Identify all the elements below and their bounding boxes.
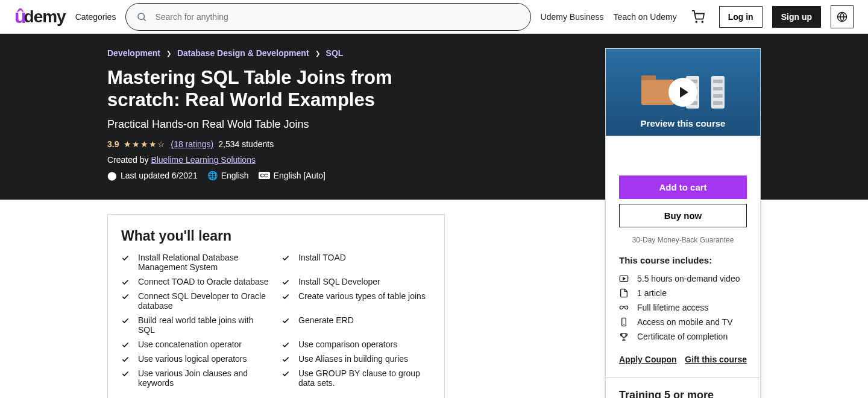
learn-item: Connect TOAD to Oracle database (121, 277, 271, 286)
learn-text: Install SQL Developer (298, 277, 380, 286)
students-count: 2,534 students (218, 139, 274, 149)
preview-area[interactable]: Preview this course (606, 49, 760, 136)
author-link[interactable]: Bluelime Learning Solutions (151, 155, 256, 165)
learn-item: Use Aliases in building quries (281, 354, 431, 364)
check-icon (121, 370, 130, 378)
file-icon (619, 288, 629, 298)
search-icon (136, 11, 147, 22)
check-icon (121, 355, 130, 364)
learn-item: Connect SQL Developer to Oracle database (121, 291, 271, 311)
language-button[interactable] (831, 5, 854, 28)
learn-text: Install TOAD (298, 253, 346, 262)
rating-value: 3.9 (107, 139, 119, 149)
cc-icon: CC (259, 172, 270, 179)
learn-title: What you'll learn (121, 228, 431, 244)
learn-text: Build real world table joins with SQL (138, 315, 271, 335)
logo[interactable]: ûdemy (14, 5, 66, 28)
svg-marker-7 (623, 277, 625, 280)
course-captions: English [Auto] (274, 171, 326, 180)
learn-text: Connect SQL Developer to Oracle database (138, 291, 271, 311)
learn-text: Connect TOAD to Oracle database (138, 277, 269, 286)
alert-icon: ⬤ (107, 171, 117, 180)
team-title: Training 5 or more people? (619, 389, 747, 398)
breadcrumb-development[interactable]: Development (107, 48, 160, 58)
check-icon (281, 355, 290, 364)
course-title: Mastering SQL Table Joins from scratch: … (107, 66, 445, 111)
preview-label: Preview this course (606, 118, 760, 128)
includes-item: Full lifetime access (619, 300, 747, 315)
cart-icon[interactable] (687, 10, 709, 24)
learn-item: Install TOAD (281, 253, 431, 272)
check-icon (281, 292, 290, 301)
learn-item: Generate ERD (281, 315, 431, 335)
login-button[interactable]: Log in (719, 6, 763, 28)
check-icon (281, 278, 290, 286)
learn-item: Use various Join clauses and keywords (121, 368, 271, 388)
includes-text: Access on mobile and TV (637, 317, 733, 327)
includes-title: This course includes: (619, 255, 747, 265)
learn-item: Build real world table joins with SQL (121, 315, 271, 335)
includes-item: Access on mobile and TV (619, 315, 747, 329)
add-to-cart-button[interactable]: Add to cart (619, 175, 747, 199)
search-bar (125, 3, 530, 31)
check-icon (121, 278, 130, 286)
breadcrumb-sql[interactable]: SQL (326, 48, 344, 58)
includes-item: 1 article (619, 286, 747, 300)
svg-point-3 (702, 21, 703, 22)
play-icon (668, 78, 697, 107)
search-input[interactable] (125, 3, 530, 31)
server-icon (711, 76, 725, 109)
price-area (619, 145, 747, 175)
categories-link[interactable]: Categories (75, 12, 116, 22)
learn-text: Generate ERD (298, 315, 354, 325)
includes-text: Certificate of completion (637, 332, 728, 341)
check-icon (281, 370, 290, 378)
course-subtitle: Practical Hands-on Real Wold Table Joins (107, 118, 445, 131)
signup-button[interactable]: Sign up (772, 6, 821, 28)
breadcrumb: Development ❯ Database Design & Developm… (107, 48, 445, 58)
learn-text: Use Aliases in building quries (298, 354, 408, 364)
purchase-card: Preview this course Add to cart Buy now … (605, 48, 761, 398)
created-by-label: Created by (107, 155, 151, 165)
includes-item: Certificate of completion (619, 329, 747, 344)
last-updated: Last updated 6/2021 (121, 171, 198, 180)
globe-icon (837, 11, 848, 22)
check-icon (281, 254, 290, 262)
rating-stars: ★★★★☆ (124, 139, 166, 149)
buy-now-button[interactable]: Buy now (619, 204, 747, 227)
check-icon (121, 292, 130, 301)
ratings-link[interactable]: (18 ratings) (171, 139, 213, 149)
includes-list: 5.5 hours on-demand video1 articleFull l… (619, 271, 747, 344)
video-icon (619, 274, 629, 283)
includes-text: 1 article (637, 288, 667, 298)
learn-item: Install Relational Database Management S… (121, 253, 271, 272)
check-icon (281, 341, 290, 349)
learn-text: Use concatenation operator (138, 340, 242, 349)
infinity-icon (619, 303, 629, 312)
globe-icon: 🌐 (207, 171, 218, 180)
learn-text: Use GROUP BY clause to group data sets. (298, 368, 431, 388)
breadcrumb-database[interactable]: Database Design & Development (177, 48, 309, 58)
teach-link[interactable]: Teach on Udemy (614, 12, 677, 22)
check-icon (121, 317, 130, 325)
header: ûdemy Categories Udemy Business Teach on… (0, 0, 868, 34)
learn-item: Install SQL Developer (281, 277, 431, 286)
apply-coupon-link[interactable]: Apply Coupon (619, 355, 677, 364)
learn-item: Create various types of table joins (281, 291, 431, 311)
svg-line-1 (144, 19, 146, 21)
learn-text: Use comparison operators (298, 340, 397, 349)
team-promo: Training 5 or more people? Get your team… (606, 377, 760, 398)
chevron-right-icon: ❯ (315, 50, 320, 57)
learn-item: Use comparison operators (281, 340, 431, 349)
includes-item: 5.5 hours on-demand video (619, 271, 747, 286)
chevron-right-icon: ❯ (166, 50, 171, 57)
course-language: English (221, 171, 249, 180)
udemy-business-link[interactable]: Udemy Business (541, 12, 604, 22)
learn-item: Use various logical operators (121, 354, 271, 364)
includes-text: Full lifetime access (637, 303, 708, 312)
mobile-icon (619, 317, 629, 327)
gift-course-link[interactable]: Gift this course (685, 355, 747, 364)
learn-text: Install Relational Database Management S… (138, 253, 271, 272)
includes-text: 5.5 hours on-demand video (637, 274, 740, 283)
learn-item: Use concatenation operator (121, 340, 271, 349)
